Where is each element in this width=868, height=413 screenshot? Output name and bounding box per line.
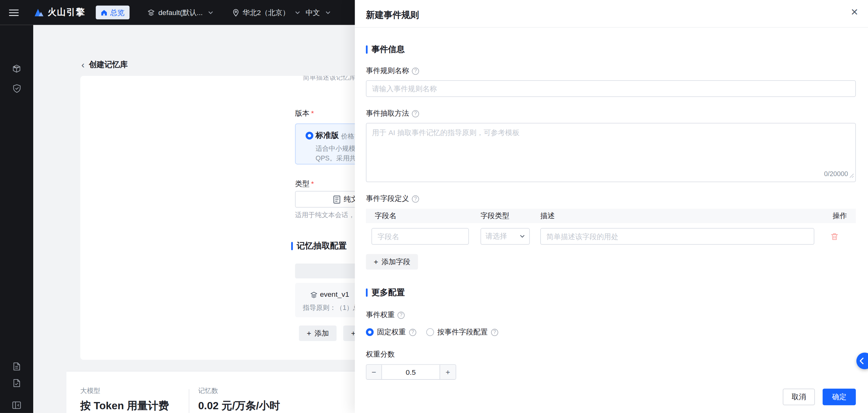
location-pin-icon [232, 8, 239, 16]
chevron-down-icon [295, 11, 300, 14]
extract-config-section-header: 记忆抽取配置 [291, 241, 347, 251]
home-icon [101, 9, 107, 16]
type-field-label: 类型* [295, 179, 314, 189]
close-icon[interactable]: × [851, 6, 858, 18]
field-name-input[interactable] [371, 228, 469, 245]
memory-count-label: 记忆数 [198, 386, 218, 396]
extract-method-textarea[interactable] [366, 123, 856, 182]
required-asterisk: * [311, 109, 314, 117]
plus-icon: + [307, 329, 311, 338]
weight-label-row: 事件权重 ? [366, 310, 856, 320]
extract-method-label: 事件抽取方法 [366, 108, 409, 119]
chevron-down-icon [208, 11, 213, 14]
layers-icon [310, 291, 318, 301]
char-counter: 0/20000 [824, 170, 848, 178]
help-icon[interactable]: ? [491, 328, 498, 336]
resize-handle-icon[interactable] [849, 170, 854, 181]
radio-selected-icon[interactable] [306, 132, 313, 139]
confirm-button[interactable]: 确定 [823, 388, 856, 405]
left-sidebar: ← [0, 25, 33, 413]
nav-overview-tab[interactable]: 总览 [96, 6, 130, 20]
page-title: 创建记忆库 [89, 60, 128, 70]
radio-by-field-label: 按事件字段配置 [437, 327, 488, 337]
col-header-description: 描述 [535, 211, 823, 221]
divider [189, 389, 189, 413]
table-header-row: 字段名 字段类型 描述 操作 [366, 209, 856, 223]
radio-selected-icon [366, 328, 374, 336]
drawer-header: 新建事件规则 × [355, 0, 868, 28]
nav-overview-label: 总览 [110, 7, 125, 18]
llm-price-value: 按 Token 用量计费 [80, 399, 169, 413]
field-type-select-value: 请选择 [486, 231, 507, 241]
logo-text: 火山引擎 [48, 7, 85, 18]
help-icon[interactable]: ? [412, 195, 419, 202]
stepper-plus-button[interactable]: + [440, 365, 456, 379]
drawer-title: 新建事件规则 [366, 9, 419, 21]
stepper-minus-button[interactable]: − [366, 365, 382, 379]
help-icon[interactable]: ? [397, 312, 405, 319]
drawer-footer: 取消 确定 [783, 388, 856, 405]
create-event-rule-drawer: 新建事件规则 × 事件信息 事件规则名称 ? 事件抽取方法 ? 0/20000 [355, 0, 868, 413]
language-selector[interactable]: 中文 [306, 0, 330, 25]
delete-row-trash-icon[interactable] [829, 231, 840, 242]
cancel-button[interactable]: 取消 [783, 388, 815, 405]
rule-name-label: 事件规则名称 [366, 66, 409, 76]
llm-price-label: 大模型 [80, 386, 100, 396]
version-field-label: 版本* [295, 108, 314, 119]
field-def-label-row: 事件字段定义 ? [366, 194, 856, 204]
hamburger-menu-icon[interactable] [7, 0, 21, 25]
table-row: 请选择 [366, 223, 856, 250]
weight-label: 事件权重 [366, 310, 395, 320]
security-shield-icon[interactable] [12, 84, 21, 93]
project-selector[interactable]: default(默认... [147, 0, 213, 25]
help-icon[interactable]: ? [412, 110, 419, 117]
memory-count-value: 0.02 元/万条/小时 [198, 399, 280, 413]
drawer-body: 事件信息 事件规则名称 ? 事件抽取方法 ? 0/20000 事件字段定义 ? [355, 28, 868, 382]
add-field-button[interactable]: + 添加字段 [366, 254, 418, 269]
chevron-down-icon [520, 235, 525, 238]
radio-unselected-icon [426, 328, 434, 336]
weight-score-stepper: − + [366, 364, 456, 379]
rule-name-input[interactable] [366, 80, 856, 97]
more-config-section-header: 更多配置 [366, 287, 856, 298]
plus-icon: + [374, 257, 378, 266]
field-type-select[interactable]: 请选择 [480, 228, 530, 245]
extract-method-label-row: 事件抽取方法 ? [366, 108, 856, 119]
section-accent-bar [366, 288, 368, 296]
product-cube-icon[interactable] [12, 64, 21, 73]
layers-icon [147, 8, 155, 16]
extract-method-textarea-wrap: 0/20000 [366, 123, 856, 182]
text-document-icon [333, 195, 340, 203]
chevron-down-icon [326, 11, 331, 14]
radio-fixed-weight-label: 固定权重 [377, 327, 406, 337]
required-asterisk: * [311, 179, 314, 187]
help-icon[interactable]: ? [409, 328, 416, 336]
section-accent-bar [291, 242, 293, 250]
brand-logo[interactable]: 火山引擎 [33, 0, 85, 25]
field-definition-table: 字段名 字段类型 描述 操作 请选择 [366, 209, 856, 250]
event-info-section-header: 事件信息 [366, 44, 856, 55]
rule-name-label-row: 事件规则名称 ? [366, 66, 856, 76]
field-desc-input[interactable] [540, 228, 814, 245]
add-button[interactable]: + 添加 [299, 325, 337, 341]
document-icon[interactable] [12, 362, 21, 371]
region-selector-label: 华北2（北京） [243, 7, 290, 18]
col-header-field-type: 字段类型 [476, 211, 535, 221]
chevron-left-icon [860, 357, 864, 364]
radio-fixed-weight[interactable]: 固定权重 ? [366, 327, 416, 337]
region-selector[interactable]: 华北2（北京） [232, 0, 300, 25]
radio-by-field-weight[interactable]: 按事件字段配置 ? [426, 327, 498, 337]
document-alt-icon[interactable] [12, 379, 21, 387]
score-label: 权重分数 [366, 349, 856, 359]
breadcrumb: ‹ 创建记忆库 [82, 60, 128, 70]
screen: 火山引擎 总览 default(默认... 华北2（北京） 中文 ← [0, 0, 868, 413]
weight-score-input[interactable] [382, 365, 440, 379]
col-header-field-name: 字段名 [366, 211, 476, 221]
breadcrumb-back-chevron-icon[interactable]: ‹ [82, 60, 85, 70]
section-accent-bar [366, 45, 368, 54]
project-selector-label: default(默认... [158, 7, 203, 18]
col-header-action: 操作 [823, 211, 856, 221]
collapse-sidebar-icon[interactable] [12, 401, 21, 410]
volcengine-logo-icon [33, 7, 45, 18]
help-icon[interactable]: ? [412, 67, 419, 74]
